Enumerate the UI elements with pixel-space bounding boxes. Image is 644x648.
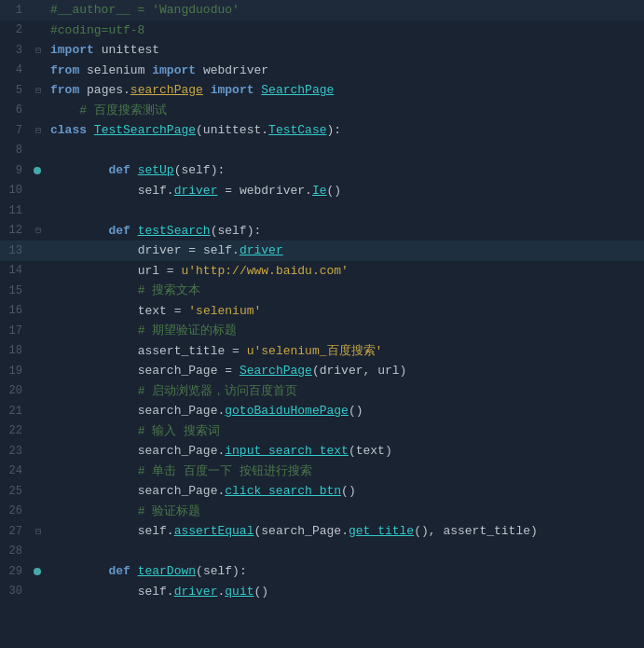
code-line: 3⊟import unittest	[0, 40, 644, 61]
line-number: 24	[0, 464, 30, 477]
code-line: 6 # 百度搜索测试	[0, 101, 644, 121]
code-line: 4from selenium import webdriver	[0, 61, 644, 81]
line-code: search_Page.gotoBaiduHomePage()	[47, 401, 644, 421]
line-code: self.driver = webdriver.Ie()	[47, 181, 644, 201]
code-line: 15 # 搜索文本	[0, 281, 644, 301]
line-code: text = 'selenium'	[47, 301, 644, 322]
code-line: 2#coding=utf-8	[0, 21, 644, 41]
line-number: 28	[0, 545, 30, 558]
fold-icon[interactable]: ⊟	[35, 125, 41, 136]
line-code: def setUp(self):	[47, 160, 644, 181]
line-number: 29	[0, 565, 30, 578]
line-number: 16	[0, 304, 30, 317]
line-number: 6	[0, 103, 30, 117]
line-number: 10	[0, 184, 30, 197]
code-line: 28	[0, 542, 644, 562]
line-number: 2	[0, 23, 30, 36]
line-code: assert_title = u'selenium_百度搜索'	[47, 341, 644, 362]
code-line: 1#__author__ = 'Wangduoduo'	[0, 0, 644, 21]
fold-icon[interactable]: ⊟	[35, 526, 41, 537]
line-number: 8	[0, 144, 30, 157]
code-line: 26 # 验证标题	[0, 502, 644, 522]
line-code: def tearDown(self):	[47, 561, 644, 582]
fold-indicator[interactable]: ⊟	[30, 85, 47, 96]
breakpoint-dot	[34, 568, 41, 575]
line-number: 13	[0, 244, 30, 257]
line-number: 20	[0, 384, 30, 397]
line-number: 21	[0, 405, 30, 418]
code-line: 22 # 输入 搜索词	[0, 421, 644, 442]
code-line: 25 search_Page.click_search_btn()	[0, 481, 644, 502]
code-line: 8	[0, 141, 644, 161]
line-code: driver = self.driver	[47, 241, 644, 261]
fold-indicator[interactable]: ⊟	[30, 225, 47, 236]
line-code: self.driver.quit()	[47, 582, 644, 602]
line-code: search_Page.click_search_btn()	[47, 481, 644, 502]
line-number: 4	[0, 63, 30, 76]
code-line: 10 self.driver = webdriver.Ie()	[0, 181, 644, 201]
line-code: # 输入 搜索词	[47, 421, 644, 442]
line-code: # 启动浏览器，访问百度首页	[47, 381, 644, 402]
code-editor: 1#__author__ = 'Wangduoduo'2#coding=utf-…	[0, 0, 644, 648]
line-code: #coding=utf-8	[47, 21, 644, 41]
line-number: 9	[0, 164, 30, 177]
code-line: 5⊟from pages.searchPage import SearchPag…	[0, 80, 644, 101]
line-code: from pages.searchPage import SearchPage	[47, 80, 644, 101]
code-line: 13 driver = self.driver	[0, 241, 644, 261]
fold-icon[interactable]: ⊟	[35, 45, 41, 56]
fold-indicator[interactable]: ⊟	[30, 125, 47, 136]
fold-icon[interactable]: ⊟	[35, 225, 41, 236]
code-line: 27⊟ self.assertEqual(search_Page.get_tit…	[0, 521, 644, 542]
code-line: 9 def setUp(self):	[0, 160, 644, 181]
line-number: 12	[0, 224, 30, 237]
code-line: 11	[0, 200, 644, 221]
code-line: 17 # 期望验证的标题	[0, 321, 644, 341]
fold-indicator[interactable]: ⊟	[30, 45, 47, 56]
code-line: 20 # 启动浏览器，访问百度首页	[0, 381, 644, 402]
line-number: 27	[0, 525, 30, 538]
code-line: 21 search_Page.gotoBaiduHomePage()	[0, 401, 644, 421]
line-code: # 验证标题	[47, 502, 644, 522]
line-number: 3	[0, 44, 30, 57]
line-number: 7	[0, 124, 30, 137]
line-number: 18	[0, 344, 30, 357]
line-code: self.assertEqual(search_Page.get_title()…	[47, 521, 644, 542]
line-number: 23	[0, 445, 30, 458]
code-line: 14 url = u'http://www.baidu.com'	[0, 261, 644, 282]
breakpoint-dot	[34, 167, 41, 174]
line-code: url = u'http://www.baidu.com'	[47, 261, 644, 282]
line-number: 26	[0, 504, 30, 517]
code-line: 23 search_Page.input_search_text(text)	[0, 441, 644, 462]
code-line: 7⊟class TestSearchPage(unittest.TestCase…	[0, 120, 644, 141]
code-line: 29 def tearDown(self):	[0, 561, 644, 582]
fold-indicator[interactable]	[30, 568, 47, 575]
line-number: 14	[0, 264, 30, 277]
line-number: 1	[0, 4, 30, 17]
fold-indicator[interactable]: ⊟	[30, 526, 47, 537]
line-code: import unittest	[47, 40, 644, 61]
line-code: #__author__ = 'Wangduoduo'	[47, 0, 644, 21]
line-number: 15	[0, 284, 30, 297]
line-number: 19	[0, 365, 30, 378]
line-code: # 期望验证的标题	[47, 321, 644, 341]
line-number: 25	[0, 485, 30, 498]
line-code: # 搜索文本	[47, 281, 644, 301]
line-number: 17	[0, 324, 30, 338]
line-code: from selenium import webdriver	[47, 61, 644, 81]
line-number: 11	[0, 204, 30, 217]
line-code: class TestSearchPage(unittest.TestCase):	[47, 120, 644, 141]
code-line: 24 # 单击 百度一下 按钮进行搜索	[0, 462, 644, 482]
fold-indicator[interactable]	[30, 167, 47, 174]
line-number: 5	[0, 84, 30, 97]
fold-icon[interactable]: ⊟	[35, 85, 41, 96]
line-code: search_Page = SearchPage(driver, url)	[47, 361, 644, 381]
code-line: 12⊟ def testSearch(self):	[0, 221, 644, 241]
code-line: 19 search_Page = SearchPage(driver, url)	[0, 361, 644, 381]
code-line: 18 assert_title = u'selenium_百度搜索'	[0, 341, 644, 362]
line-code: # 百度搜索测试	[47, 101, 644, 121]
line-code: def testSearch(self):	[47, 221, 644, 241]
code-line: 16 text = 'selenium'	[0, 301, 644, 322]
line-code: # 单击 百度一下 按钮进行搜索	[47, 462, 644, 482]
line-code: search_Page.input_search_text(text)	[47, 441, 644, 462]
line-number: 30	[0, 585, 30, 598]
